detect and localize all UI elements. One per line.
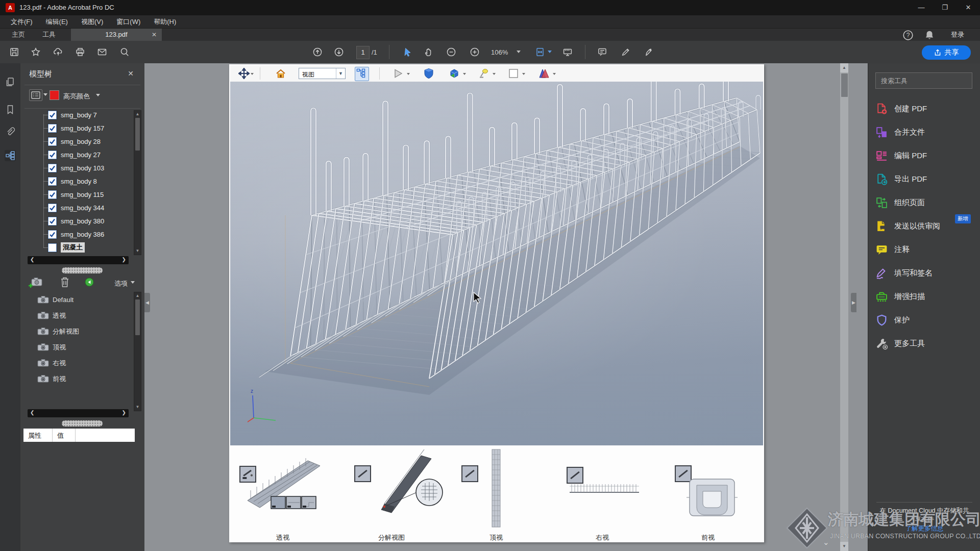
3d-navigation-caret-icon[interactable] xyxy=(251,73,254,75)
3d-lighting-caret-icon[interactable] xyxy=(493,73,496,75)
expand-right-panel-icon[interactable]: ▶ xyxy=(851,293,856,312)
tree-item[interactable]: smg_body 103 xyxy=(20,161,134,174)
tab-close-icon[interactable]: ✕ xyxy=(152,29,157,41)
bookmarks-icon[interactable] xyxy=(5,104,16,115)
3d-play-caret-icon[interactable] xyxy=(407,73,410,75)
menu-item[interactable]: 帮助(H) xyxy=(147,15,183,29)
thumb-icon-top[interactable] xyxy=(461,465,478,482)
tree-scrollbar-horizontal[interactable]: ❮❯ xyxy=(28,256,129,264)
email-icon[interactable] xyxy=(97,47,107,57)
menu-item[interactable]: 视图(V) xyxy=(75,15,110,29)
zoom-caret-icon[interactable] xyxy=(517,51,521,53)
thumb-exploded-image[interactable] xyxy=(372,449,454,523)
thumb-label-right[interactable]: 右视 xyxy=(596,533,609,542)
views-options-caret-icon[interactable] xyxy=(131,281,135,284)
checkbox-checked[interactable] xyxy=(48,230,57,239)
delete-view-icon[interactable] xyxy=(59,276,70,289)
3d-home-view-icon[interactable] xyxy=(275,68,286,79)
tool-item-more-tools[interactable]: 更多工具 xyxy=(868,332,980,355)
3d-view-select[interactable]: 视图 ▼ xyxy=(299,68,346,79)
thumb-label-perspective[interactable]: 透视 xyxy=(276,533,289,542)
3d-lighting-icon[interactable] xyxy=(478,68,489,79)
model-tree-rail-icon[interactable] xyxy=(5,150,16,161)
tree-item[interactable]: smg_body 28 xyxy=(20,135,134,148)
display-settings-icon[interactable] xyxy=(562,47,573,57)
page-thumbnails-icon[interactable] xyxy=(5,77,16,88)
menu-item[interactable]: 窗口(W) xyxy=(110,15,147,29)
tool-item-enhance-scans[interactable]: 增强扫描 xyxy=(868,285,980,308)
select-tool-icon[interactable] xyxy=(402,47,412,57)
3d-background-caret-icon[interactable] xyxy=(522,73,525,75)
tree-item[interactable]: smg_body 380 xyxy=(20,214,134,228)
zoom-out-icon[interactable] xyxy=(446,47,456,57)
tool-item-edit-pdf[interactable]: 编辑 PDF xyxy=(868,144,980,167)
tree-item[interactable]: smg_body 27 xyxy=(20,148,134,161)
thumb-top-image[interactable] xyxy=(490,448,502,528)
close-button[interactable]: ✕ xyxy=(957,0,980,15)
menu-item[interactable]: 文件(F) xyxy=(4,15,39,29)
favorite-star-icon[interactable] xyxy=(31,47,41,57)
views-options-label[interactable]: 选项 xyxy=(114,279,128,288)
checkbox-checked[interactable] xyxy=(48,111,57,119)
collapse-left-panel-icon[interactable]: ◀ xyxy=(144,293,150,312)
tool-item-fill-sign[interactable]: 填写和签名 xyxy=(868,261,980,285)
highlight-color-swatch[interactable] xyxy=(50,90,59,100)
tree-item[interactable]: smg_body 7 xyxy=(20,108,134,121)
thumb-label-exploded[interactable]: 分解视图 xyxy=(378,533,405,542)
view-item[interactable]: 透视 xyxy=(20,308,134,323)
3d-projection-icon[interactable] xyxy=(449,68,460,79)
3d-model-tree-toggle-icon[interactable] xyxy=(355,67,369,81)
panel-close-icon[interactable]: ✕ xyxy=(126,68,136,79)
tree-item[interactable]: smg_body 386 xyxy=(20,228,134,241)
comment-tool-icon[interactable] xyxy=(597,47,607,57)
help-icon[interactable]: ? xyxy=(902,30,914,40)
scrollbar-thumb[interactable] xyxy=(841,73,848,97)
thumb-icon-exploded[interactable] xyxy=(354,465,371,482)
save-icon[interactable] xyxy=(9,47,19,57)
tool-item-create-pdf[interactable]: 创建 PDF xyxy=(868,97,980,120)
zoom-level-label[interactable]: 106% xyxy=(491,48,508,56)
hand-tool-icon[interactable] xyxy=(424,47,434,57)
3d-render-mode-caret-icon[interactable] xyxy=(553,73,556,75)
checkbox-checked[interactable] xyxy=(48,190,57,199)
tool-item-organize-pages[interactable]: 组织页面 xyxy=(868,191,980,214)
tree-scrollbar-vertical[interactable]: ▲ ▼ xyxy=(134,110,141,255)
tool-item-export-pdf[interactable]: 导出 PDF xyxy=(868,167,980,191)
view-item[interactable]: 右视 xyxy=(20,355,134,371)
view-item[interactable]: 分解视图 xyxy=(20,323,134,339)
highlight-color-caret-icon[interactable] xyxy=(96,94,100,96)
minimize-button[interactable]: — xyxy=(910,0,933,15)
learn-more-link[interactable]: 了解更多信息 xyxy=(868,524,980,533)
page-number-input[interactable]: 1 xyxy=(356,46,370,59)
view-item[interactable]: 顶视 xyxy=(20,339,134,355)
checkbox-checked[interactable] xyxy=(48,204,57,212)
tree-options-icon[interactable] xyxy=(29,89,42,101)
cloud-upload-icon[interactable] xyxy=(53,47,63,57)
thumb-label-front[interactable]: 前视 xyxy=(701,533,715,542)
3d-viewport[interactable]: z xyxy=(230,82,763,445)
checkbox-checked[interactable] xyxy=(48,124,57,133)
previous-page-icon[interactable] xyxy=(312,47,323,57)
highlight-color-label[interactable]: 高亮颜色 xyxy=(63,92,90,101)
tool-item-comment[interactable]: 注释 xyxy=(868,238,980,261)
view-item[interactable]: Default xyxy=(20,292,134,308)
login-button[interactable]: 登录 xyxy=(943,29,972,41)
3d-render-mode-icon[interactable] xyxy=(538,68,550,79)
thumb-front-image[interactable] xyxy=(687,476,738,520)
checkbox-checked[interactable] xyxy=(48,177,57,186)
3d-background-color-icon[interactable] xyxy=(508,68,519,79)
notifications-bell-icon[interactable] xyxy=(924,30,935,40)
maximize-button[interactable]: ❐ xyxy=(933,0,957,15)
thumb-label-top[interactable]: 顶视 xyxy=(489,533,503,542)
search-icon[interactable] xyxy=(119,47,130,57)
3d-projection-caret-icon[interactable] xyxy=(463,73,466,75)
attachments-icon[interactable] xyxy=(5,127,16,138)
share-button[interactable]: 共享 xyxy=(922,45,971,60)
search-tools-input[interactable] xyxy=(875,72,972,89)
fit-page-caret-icon[interactable] xyxy=(548,51,552,53)
tree-options-caret-icon[interactable] xyxy=(43,93,47,96)
tab-home[interactable]: 主页 xyxy=(4,29,33,41)
document-scrollbar-vertical[interactable]: ▲ ▼ xyxy=(840,63,848,551)
tool-item-protect[interactable]: 保护 xyxy=(868,308,980,332)
3d-play-animation-icon[interactable] xyxy=(393,68,404,79)
